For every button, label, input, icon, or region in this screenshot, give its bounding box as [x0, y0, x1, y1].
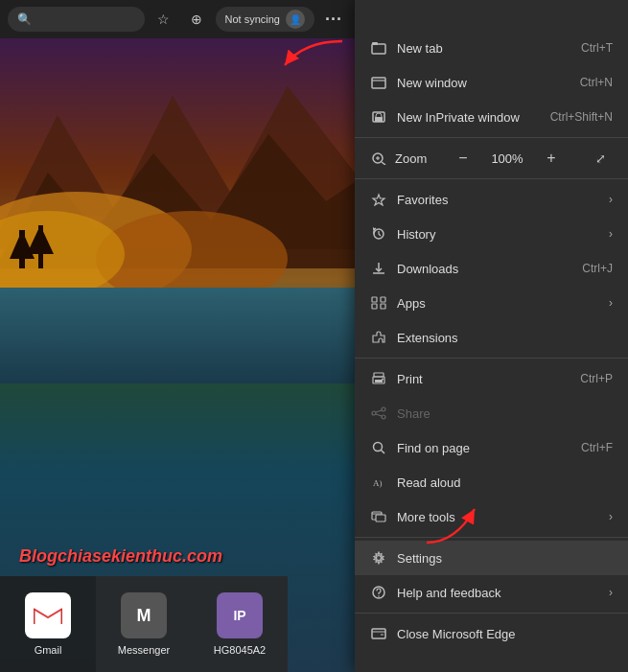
settings-icon: [370, 549, 387, 567]
svg-rect-29: [381, 304, 385, 309]
messenger-icon-box: M: [121, 592, 167, 638]
address-bar[interactable]: 🔍: [8, 7, 145, 32]
app-icons-row: Gmail M Messenger IP HG8045A2: [0, 576, 355, 672]
gmail-icon-box: [25, 592, 71, 638]
svg-rect-13: [372, 42, 378, 45]
browser-background: 🔍 ☆ ⊕ Not syncing 👤 ··· Blogchiasekienth…: [0, 0, 355, 672]
more-button[interactable]: ···: [320, 6, 347, 33]
new-tab-label: New tab: [397, 41, 571, 56]
close-edge-label: Close Microsoft Edge: [397, 627, 613, 641]
menu-item-close-edge[interactable]: Close Microsoft Edge: [355, 616, 628, 651]
menu-item-inprivate[interactable]: New InPrivate window Ctrl+Shift+N: [355, 100, 628, 134]
svg-point-35: [372, 411, 376, 415]
find-label: Find on page: [397, 441, 571, 455]
svg-point-33: [382, 379, 384, 381]
svg-rect-43: [376, 515, 385, 521]
collections-button[interactable]: ⊕: [183, 6, 210, 33]
apps-label: Apps: [397, 296, 599, 311]
svg-rect-48: [372, 629, 385, 638]
menu-item-favorites[interactable]: Favorites ›: [355, 182, 628, 217]
hg-app-icon[interactable]: IP HG8045A2: [192, 576, 288, 672]
new-window-label: New window: [397, 76, 570, 90]
inprivate-icon: [370, 108, 387, 126]
help-label: Help and feedback: [397, 586, 599, 600]
menu-item-print[interactable]: Print Ctrl+P: [355, 361, 628, 396]
menu-item-read-aloud[interactable]: A) Read aloud: [355, 465, 628, 499]
svg-rect-32: [375, 380, 383, 382]
print-icon: [370, 370, 387, 387]
svg-point-39: [374, 443, 383, 452]
menu-item-apps[interactable]: Apps ›: [355, 286, 628, 320]
svg-rect-28: [372, 304, 377, 309]
watermark-text: Blogchiasekienthuc.com: [19, 546, 222, 567]
divider-3: [355, 358, 628, 359]
help-arrow: ›: [609, 586, 613, 599]
menu-item-new-tab[interactable]: New tab Ctrl+T: [355, 31, 628, 65]
divider-1: [355, 137, 628, 138]
zoom-minus-button[interactable]: −: [451, 146, 476, 171]
read-aloud-icon: A): [370, 474, 387, 491]
menu-item-settings[interactable]: Settings: [355, 541, 628, 575]
new-window-icon: [370, 74, 387, 91]
extensions-label: Extensions: [397, 331, 613, 345]
new-window-shortcut: Ctrl+N: [580, 76, 613, 89]
zoom-expand-button[interactable]: ⤢: [588, 146, 613, 171]
svg-rect-6: [0, 288, 355, 383]
zoom-icon: [370, 150, 387, 167]
context-menu: New tab Ctrl+T New window Ctrl+N New InP…: [355, 0, 628, 672]
downloads-shortcut: Ctrl+J: [582, 262, 613, 275]
menu-item-extensions[interactable]: Extensions: [355, 320, 628, 355]
find-shortcut: Ctrl+F: [581, 441, 613, 454]
svg-rect-14: [372, 78, 385, 88]
messenger-app-icon[interactable]: M Messenger: [96, 576, 192, 672]
svg-line-40: [382, 451, 385, 454]
svg-rect-30: [374, 373, 384, 377]
browser-toolbar: 🔍 ☆ ⊕ Not syncing 👤 ···: [0, 0, 355, 38]
hg-label: HG8045A2: [214, 644, 266, 656]
svg-point-34: [382, 407, 385, 411]
menu-item-find[interactable]: Find on page Ctrl+F: [355, 430, 628, 465]
svg-line-38: [376, 414, 382, 416]
settings-label: Settings: [397, 551, 613, 566]
read-aloud-label: Read aloud: [397, 475, 613, 490]
not-syncing-button[interactable]: Not syncing 👤: [216, 7, 314, 32]
gmail-label: Gmail: [35, 644, 62, 656]
history-icon: [370, 225, 387, 243]
apps-menu-icon: [370, 294, 387, 312]
svg-line-37: [376, 410, 382, 412]
menu-item-downloads[interactable]: Downloads Ctrl+J: [355, 251, 628, 286]
downloads-icon: [370, 260, 387, 277]
profile-avatar: 👤: [286, 10, 305, 29]
find-icon: [370, 439, 387, 456]
svg-point-45: [377, 556, 382, 561]
menu-item-help[interactable]: Help and feedback ›: [355, 575, 628, 610]
menu-item-new-window[interactable]: New window Ctrl+N: [355, 65, 628, 100]
svg-rect-26: [372, 297, 377, 302]
svg-point-47: [378, 595, 380, 597]
downloads-label: Downloads: [397, 262, 572, 276]
print-shortcut: Ctrl+P: [580, 372, 613, 385]
svg-point-36: [382, 415, 385, 419]
menu-item-more-tools[interactable]: More tools ›: [355, 499, 628, 534]
not-syncing-label: Not syncing: [225, 13, 280, 25]
zoom-plus-button[interactable]: +: [539, 146, 564, 171]
history-arrow: ›: [609, 227, 613, 241]
svg-line-19: [382, 162, 385, 165]
divider-2: [355, 178, 628, 179]
svg-text:A): A): [373, 478, 383, 488]
inprivate-label: New InPrivate window: [397, 110, 541, 125]
gmail-app-icon[interactable]: Gmail: [0, 576, 96, 672]
favorites-label: Favorites: [397, 193, 599, 207]
menu-item-history[interactable]: History ›: [355, 217, 628, 251]
search-icon: 🔍: [17, 12, 32, 26]
print-label: Print: [397, 372, 570, 386]
zoom-control: Zoom − 100% + ⤢: [355, 141, 628, 175]
history-label: History: [397, 227, 599, 242]
zoom-label: Zoom: [395, 151, 443, 166]
new-tab-icon: [370, 39, 387, 57]
star-button[interactable]: ☆: [151, 6, 177, 33]
favorites-icon: [370, 191, 387, 208]
share-label: Share: [397, 406, 613, 421]
more-tools-arrow: ›: [609, 510, 613, 523]
hg-icon-box: IP: [217, 592, 263, 638]
